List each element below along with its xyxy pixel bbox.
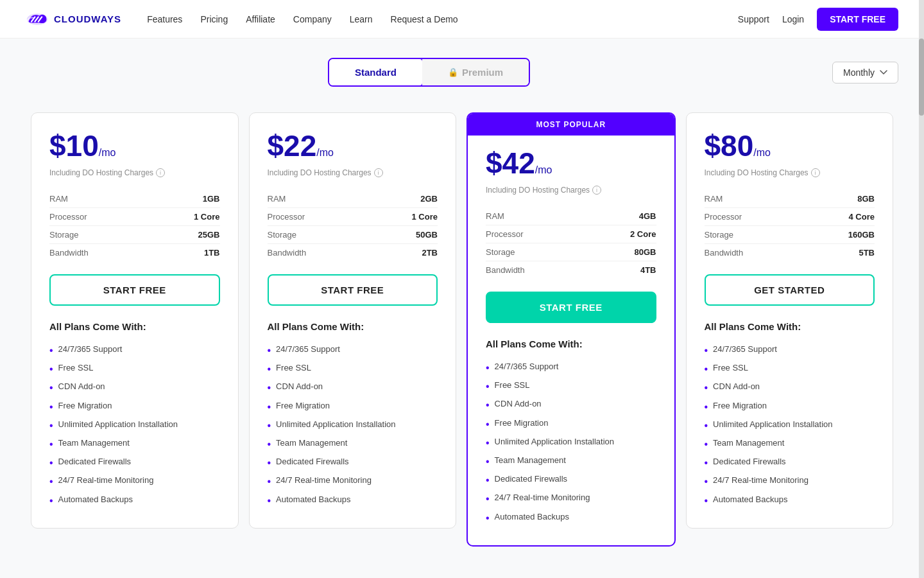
scrollbar[interactable] [919,0,924,578]
spec-storage-2: Storage50GB [268,226,438,244]
get-started-button-4[interactable]: GET STARTED [705,274,875,306]
start-free-button-2[interactable]: START FREE [268,274,438,306]
feature-item: Automated Backups [49,491,220,510]
features-list-2: 24/7/365 Support Free SSL CDN Add-on Fre… [268,341,438,510]
scrollbar-thumb[interactable] [919,39,924,116]
nav-learn[interactable]: Learn [350,14,373,24]
feature-item: Free Migration [268,398,438,416]
features-title-3: All Plans Come With: [486,338,656,349]
spec-ram-3: RAM4GB [486,207,656,225]
nav-demo[interactable]: Request a Demo [391,14,458,24]
price-22: $22/mo [268,131,438,161]
lock-icon: 🔒 [448,67,458,77]
feature-item: Dedicated Firewalls [268,453,438,472]
price-80: $80/mo [705,131,875,161]
feature-item: Automated Backups [705,491,875,510]
plan-card-42: MOST POPULAR $42/mo Including DO Hosting… [466,112,676,547]
plan-card-22: $22/mo Including DO Hosting Charges i RA… [249,112,457,529]
feature-item: Team Management [705,435,875,453]
feature-item: 24/7 Real-time Monitoring [268,472,438,491]
info-icon-1[interactable]: i [156,168,165,177]
features-title-2: All Plans Come With: [268,321,438,332]
feature-item: Dedicated Firewalls [705,453,875,472]
spec-processor-4: Processor4 Core [705,208,875,226]
nav-links: Features Pricing Affiliate Company Learn… [147,14,738,24]
spec-ram-4: RAM8GB [705,190,875,208]
info-icon-3[interactable]: i [592,186,601,195]
tab-standard[interactable]: Standard [328,58,424,87]
tab-row: Standard 🔒 Premium Monthly [26,58,898,87]
feature-item: Automated Backups [486,509,656,527]
logo-text: CLOUDWAYS [54,13,121,24]
features-list-3: 24/7/365 Support Free SSL CDN Add-on Fre… [486,358,656,527]
price-10: $10/mo [49,131,220,161]
info-icon-4[interactable]: i [811,168,820,177]
spec-bandwidth-3: Bandwidth4TB [486,261,656,279]
feature-item: 24/7/365 Support [705,341,875,360]
billing-dropdown[interactable]: Monthly [832,62,898,83]
hosting-note-4: Including DO Hosting Charges i [705,168,875,177]
features-title-1: All Plans Come With: [49,321,220,332]
features-list-1: 24/7/365 Support Free SSL CDN Add-on Fre… [49,341,220,510]
feature-item: Free SSL [49,360,220,378]
feature-item: CDN Add-on [486,396,656,414]
feature-item: 24/7 Real-time Monitoring [486,489,656,508]
features-list-4: 24/7/365 Support Free SSL CDN Add-on Fre… [705,341,875,510]
specs-table-3: RAM4GB Processor2 Core Storage80GB Bandw… [486,207,656,279]
pricing-section: Standard 🔒 Premium Monthly $10/mo Includ… [0,39,924,578]
nav-features[interactable]: Features [147,14,182,24]
spec-bandwidth-4: Bandwidth5TB [705,244,875,261]
nav-start-free-button[interactable]: START FREE [817,8,898,31]
info-icon-2[interactable]: i [374,168,383,177]
feature-item: Unlimited Application Installation [268,416,438,435]
logo-icon [26,11,49,28]
spec-processor-1: Processor1 Core [49,208,220,226]
popular-badge: MOST POPULAR [468,114,674,136]
plan-type-tabs: Standard 🔒 Premium [328,58,530,87]
spec-ram-1: RAM1GB [49,190,220,208]
specs-table-1: RAM1GB Processor1 Core Storage25GB Bandw… [49,190,220,261]
feature-item: Free SSL [705,360,875,378]
spec-storage-4: Storage160GB [705,226,875,244]
feature-item: Free Migration [49,398,220,416]
feature-item: Automated Backups [268,491,438,510]
feature-item: 24/7/365 Support [486,358,656,377]
feature-item: Dedicated Firewalls [49,453,220,472]
feature-item: Free Migration [486,415,656,434]
pricing-cards: $10/mo Including DO Hosting Charges i RA… [26,112,898,547]
hosting-note-1: Including DO Hosting Charges i [49,168,220,177]
plan-card-80: $80/mo Including DO Hosting Charges i RA… [686,112,894,529]
tab-premium[interactable]: 🔒 Premium [422,59,529,85]
plan-card-10: $10/mo Including DO Hosting Charges i RA… [31,112,239,529]
billing-label: Monthly [843,67,875,78]
feature-item: Team Management [268,435,438,453]
price-42: $42/mo [486,148,656,178]
logo[interactable]: CLOUDWAYS [26,11,121,28]
feature-item: 24/7 Real-time Monitoring [49,472,220,491]
nav-pricing[interactable]: Pricing [200,14,228,24]
nav-affiliate[interactable]: Affiliate [246,14,275,24]
feature-item: Team Management [49,435,220,453]
feature-item: 24/7/365 Support [49,341,220,360]
feature-item: Free SSL [486,377,656,396]
feature-item: Unlimited Application Installation [705,416,875,435]
nav-company[interactable]: Company [293,14,332,24]
feature-item: Team Management [486,452,656,471]
feature-item: CDN Add-on [268,378,438,397]
spec-storage-3: Storage80GB [486,243,656,261]
chevron-down-icon [880,70,887,75]
spec-bandwidth-1: Bandwidth1TB [49,244,220,261]
nav-support[interactable]: Support [738,14,769,24]
hosting-note-3: Including DO Hosting Charges i [486,186,656,195]
nav-login[interactable]: Login [782,14,804,24]
navbar: CLOUDWAYS Features Pricing Affiliate Com… [0,0,924,39]
hosting-note-2: Including DO Hosting Charges i [268,168,438,177]
start-free-button-1[interactable]: START FREE [49,274,220,306]
feature-item: Free SSL [268,360,438,378]
feature-item: Free Migration [705,398,875,416]
feature-item: Unlimited Application Installation [49,416,220,435]
feature-item: 24/7 Real-time Monitoring [705,472,875,491]
feature-item: CDN Add-on [705,378,875,397]
feature-item: CDN Add-on [49,378,220,397]
start-free-button-3[interactable]: START FREE [486,292,656,323]
